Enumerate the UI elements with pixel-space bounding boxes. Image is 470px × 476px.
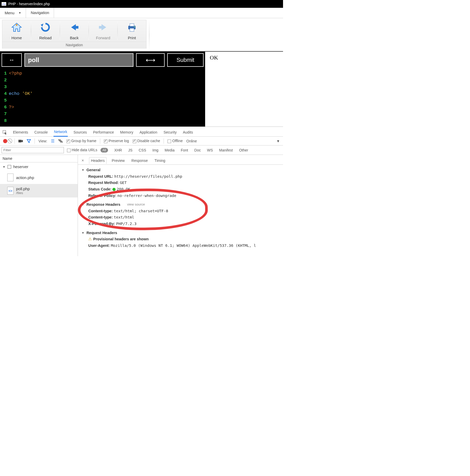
section-response-headers[interactable]: ▼ Response Headers view source xyxy=(82,201,279,208)
type-filter-xhr[interactable]: XHR xyxy=(114,148,122,152)
separator xyxy=(15,138,15,144)
svg-rect-0 xyxy=(16,24,17,26)
network-filterbar: Hide data URLs AllXHRJSCSSImgMediaFontDo… xyxy=(0,146,283,155)
ribbon-button-label: Print xyxy=(128,36,136,40)
line-number: 2 xyxy=(0,78,9,83)
response-header-row: Content-type: text/html xyxy=(88,214,279,221)
section-request-headers[interactable]: ▼ Request Headers xyxy=(82,230,279,236)
line-number: 6 xyxy=(0,105,9,110)
svg-rect-2 xyxy=(130,24,134,26)
online-label[interactable]: Online xyxy=(186,139,197,143)
group-by-frame-toggle[interactable]: Group by frame xyxy=(66,139,96,143)
type-filter-ws[interactable]: WS xyxy=(207,148,213,152)
type-filter-media[interactable]: Media xyxy=(165,148,174,152)
script-name-field[interactable]: poll xyxy=(24,53,133,67)
detail-content: ▼ General Request URL: http://heserver/f… xyxy=(78,165,283,251)
code-line: echo 'OK'; xyxy=(9,91,35,96)
resize-right-handle[interactable]: ⟷ xyxy=(136,53,165,67)
svg-rect-6 xyxy=(18,140,22,142)
domain-name: heserver xyxy=(13,164,28,169)
chevron-down-icon: ▼ xyxy=(3,165,5,168)
filter-icon[interactable] xyxy=(27,139,31,143)
menu-dropdown[interactable]: Menu ▼ xyxy=(0,8,26,18)
detail-tab-response[interactable]: Response xyxy=(130,157,149,164)
home-icon xyxy=(11,22,22,32)
filter-input[interactable] xyxy=(2,147,64,153)
menubar: Menu ▼ Navigation xyxy=(0,8,283,18)
ribbon-group-label: Navigation xyxy=(2,42,146,49)
request-item[interactable]: action.php xyxy=(0,171,78,184)
devtools-body: Name ▼ heserver action.phppoll.php/files… xyxy=(0,155,283,256)
separator xyxy=(100,138,100,144)
editor-toolbar: ↔ poll ⟷ Submit xyxy=(0,52,205,68)
submit-button[interactable]: Submit xyxy=(167,53,204,67)
forward-icon xyxy=(97,22,109,32)
detail-tab-timing[interactable]: Timing xyxy=(153,157,167,164)
list-view-icon[interactable]: ☰ xyxy=(51,138,55,143)
devtools-tab-audits[interactable]: Audits xyxy=(182,129,193,136)
close-details-button[interactable]: × xyxy=(80,158,85,163)
record-button[interactable] xyxy=(3,139,7,143)
menu-label: Menu xyxy=(5,11,15,15)
ribbon-back-button[interactable]: Back xyxy=(60,20,89,42)
code-line: <?php xyxy=(9,71,22,76)
ribbon-print-button[interactable]: Print xyxy=(118,20,146,42)
type-filter-css[interactable]: CSS xyxy=(139,148,146,152)
hide-data-urls-toggle[interactable]: Hide data URLs xyxy=(67,148,97,152)
disable-cache-toggle[interactable]: Disable cache xyxy=(133,139,160,143)
type-filter-doc[interactable]: Doc xyxy=(194,148,201,152)
type-filter-js[interactable]: JS xyxy=(128,148,132,152)
devtools-tab-console[interactable]: Console xyxy=(34,129,48,136)
reload-icon xyxy=(40,22,51,32)
request-item[interactable]: poll.php/files xyxy=(0,184,78,197)
line-number: 1 xyxy=(0,71,9,76)
waterfall-view-icon[interactable] xyxy=(58,140,63,143)
window-title: PHP - heserver/index.php xyxy=(8,2,50,6)
inspect-icon[interactable] xyxy=(3,130,7,135)
ribbon-reload-button[interactable]: Reload xyxy=(31,20,60,42)
request-list-header: Name xyxy=(0,155,78,162)
chevron-down-icon: ▼ xyxy=(19,11,21,14)
devtools-tabs: ElementsConsoleNetworkSourcesPerformance… xyxy=(0,127,283,137)
detail-tab-headers[interactable]: Headers xyxy=(89,157,106,164)
network-toolbar: ⃠ View: ☰ Group by frame Preserve log Di… xyxy=(0,137,283,146)
devtools-tab-sources[interactable]: Sources xyxy=(73,129,87,136)
devtools-tab-network[interactable]: Network xyxy=(53,128,68,137)
type-filter-all[interactable]: All xyxy=(100,148,108,153)
request-name: poll.php xyxy=(16,187,30,191)
ribbon-home-button[interactable]: Home xyxy=(2,20,31,42)
request-path: /files xyxy=(16,191,30,195)
line-number: 4 xyxy=(0,91,9,96)
devtools-tab-application[interactable]: Application xyxy=(139,129,158,136)
line-number: 5 xyxy=(0,98,9,103)
separator xyxy=(35,138,35,144)
detail-tab-preview[interactable]: Preview xyxy=(110,157,126,164)
type-filter-font[interactable]: Font xyxy=(181,148,188,152)
view-source-link[interactable]: view source xyxy=(127,202,145,207)
file-icon xyxy=(7,174,14,181)
camera-icon[interactable] xyxy=(18,139,23,143)
devtools-tab-security[interactable]: Security xyxy=(163,129,177,136)
devtools-tab-performance[interactable]: Performance xyxy=(92,129,114,136)
ribbon-separator xyxy=(149,20,149,51)
code-editor[interactable]: 1<?php234echo 'OK';56?>78 xyxy=(0,68,205,127)
chevron-down-icon: ▼ xyxy=(82,168,84,173)
tab-navigation[interactable]: Navigation xyxy=(26,8,54,18)
type-filter-other[interactable]: Other xyxy=(239,148,248,152)
line-number: 3 xyxy=(0,84,9,89)
request-details: × HeadersPreviewResponseTiming ▼ General… xyxy=(78,155,283,256)
type-filter-img[interactable]: Img xyxy=(152,148,158,152)
devtools-tab-elements[interactable]: Elements xyxy=(12,129,29,136)
offline-toggle[interactable]: Offline xyxy=(167,139,183,143)
request-list: Name ▼ heserver action.phppoll.php/files xyxy=(0,155,78,256)
section-general[interactable]: ▼ General xyxy=(82,167,279,173)
print-icon xyxy=(126,22,138,32)
chevron-down-icon[interactable]: ▼ xyxy=(276,139,280,143)
preserve-log-toggle[interactable]: Preserve log xyxy=(104,139,129,143)
file-icon xyxy=(7,187,14,195)
type-filter-manifest[interactable]: Manifest xyxy=(219,148,233,152)
warning-icon: ⚠ xyxy=(88,237,92,241)
resize-left-handle[interactable]: ↔ xyxy=(2,53,22,67)
devtools-tab-memory[interactable]: Memory xyxy=(120,129,134,136)
request-domain[interactable]: ▼ heserver xyxy=(0,162,78,171)
